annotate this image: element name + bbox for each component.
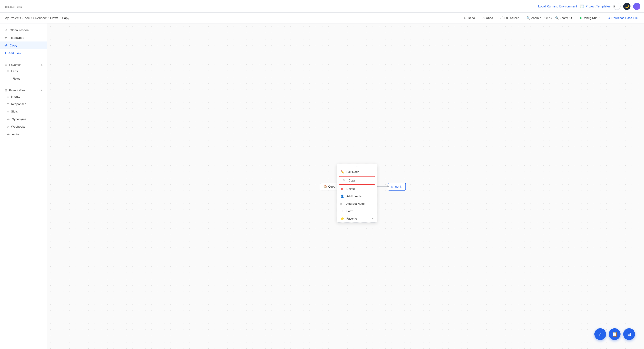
action-icon: ⇌ [7,132,10,136]
breadcrumb: My Projects / doc / Overview / Flows / C… [4,16,69,20]
breadcrumb-doc[interactable]: doc [24,16,30,20]
grid-fab-icon: ⊞ [627,332,631,337]
sidebar-item-synonyms[interactable]: ⇌ Synonyms [2,115,47,123]
app-logo: Prompt AI Beta [4,3,22,9]
main-layout: ⇌ Global respon... ⇌ RedoUndo ⇌ Copy + A… [0,23,644,349]
sidebar-item-redo-undo[interactable]: ⇌ RedoUndo [0,34,47,41]
zoomin-label: ZoomIn [531,16,541,20]
zoomin-button[interactable]: 🔍 ZoomIn [525,15,542,20]
add-bot-node-icon: ▷ [340,202,344,205]
slots-icon: ≡ [7,110,9,113]
flow-node-start[interactable]: 🏠 Copy [320,183,338,190]
download-rasa-button[interactable]: ⬇ Download Rasa File [606,15,640,20]
app-beta: Beta [17,5,22,8]
context-menu-delete[interactable]: 🗑 Delete [337,185,377,193]
sidebar-label-copy: Copy [10,44,17,47]
add-flow-label: Add Flow [8,51,21,55]
favorites-label: Favorites [9,63,21,66]
context-menu-form[interactable]: ☐ Form [337,207,377,215]
project-view-label: Project View [9,89,25,92]
context-menu: ▲ ✏️ Edit Node ⧉ Copy 🗑 Delete 👤 Add Use… [337,164,377,223]
topbar: Prompt AI Beta Local Running Environment… [0,0,644,13]
delete-label: Delete [346,187,355,191]
add-bot-node-label: Add Bot Node [346,202,365,205]
local-env-link[interactable]: Local Running Environment [538,4,577,8]
sidebar-item-responses[interactable]: ≡ Responses [2,100,47,108]
sidebar-item-webhooks[interactable]: ○ Webhooks [2,123,47,130]
sidebar-item-flows[interactable]: ← Flows [2,75,47,82]
add-user-node-icon: 👤 [340,195,344,198]
add-user-node-label: Add User No... [346,195,366,198]
sidebar-label-webhooks: Webhooks [11,125,26,128]
sidebar-item-global-responses[interactable]: ⇌ Global respon... [0,26,47,34]
undo-button[interactable]: ↺ Undo [481,15,494,21]
star-fab-icon: ☆ [598,332,602,337]
sidebar-divider-2 [0,84,47,84]
context-menu-favorite[interactable]: ⭐ Favorite ▶ [337,215,377,222]
action-node-label: got it. [395,185,402,188]
start-node-icon: 🏠 [323,185,327,188]
favorites-chevron-icon[interactable]: ∧ [41,63,43,66]
debug-dot [580,17,582,19]
debug-chevron-icon: ▾ [599,17,600,19]
copy-label: Copy [349,179,356,182]
favorites-star-icon: ☆ [4,63,8,66]
debug-run-button[interactable]: Debug Run ▾ [578,15,602,20]
zoom-controls: 🔍 ZoomIn 100% 🔍 ZoomOut [525,15,573,20]
zoomout-button[interactable]: 🔍 ZoomOut [554,15,573,20]
sidebar-label-action: Action [12,133,20,136]
add-flow-icon: + [4,51,6,55]
favorite-icon: ⭐ [340,217,344,220]
zoomin-icon: 🔍 [526,16,530,20]
context-menu-edit-node[interactable]: ✏️ Edit Node [337,168,377,176]
sidebar-item-copy[interactable]: ⇌ Copy [0,41,47,49]
undo-label: Undo [486,16,493,20]
webhooks-icon: ○ [7,125,9,128]
breadcrumb-my-projects[interactable]: My Projects [4,16,21,20]
edit-node-icon: ✏️ [340,170,344,174]
flow-icon-global: ⇌ [4,28,8,32]
help-button[interactable]: ? [613,3,620,10]
context-menu-add-bot-node[interactable]: ▷ Add Bot Node [337,200,377,207]
sidebar-project-sub: ≡ Intents ≡ Responses ≡ Slots ⇌ Synonyms… [0,93,47,138]
copy-item-wrapper: ⧉ Copy [337,176,377,185]
start-node-label: Copy [328,185,335,188]
clipboard-fab-button[interactable]: 📋 [609,328,620,340]
sidebar-item-slots[interactable]: ≡ Slots [2,108,47,115]
sidebar-item-intents[interactable]: ≡ Intents [2,93,47,100]
redo-icon: ↻ [464,16,467,20]
breadcrumb-flows[interactable]: Flows [50,16,58,20]
project-view-chevron-icon[interactable]: ∧ [41,89,43,92]
arrow-icon: ▲ [356,165,358,168]
action-node-icon: ▷ [392,185,394,188]
sidebar-item-action[interactable]: ⇌ Action [2,130,47,138]
zoomout-icon: 🔍 [555,16,559,20]
context-menu-copy[interactable]: ⧉ Copy [339,176,375,185]
sidebar-label-synonyms: Synonyms [12,117,26,121]
flow-node-action[interactable]: ▷ got it. [388,183,406,191]
grid-fab-button[interactable]: ⊞ [623,328,635,340]
edit-node-label: Edit Node [346,170,359,174]
sidebar-label-responses: Responses [11,102,26,106]
redo-label: Redo [468,16,475,20]
fullscreen-button[interactable]: ⛶ Full Screen [499,15,521,21]
breadcrumb-overview[interactable]: Overview [33,16,46,20]
delete-icon: 🗑 [340,187,344,191]
sidebar-label-slots: Slots [11,110,18,113]
sidebar-favorites-sub: ≡ Faqs ← Flows [0,67,47,82]
add-flow-button[interactable]: + Add Flow [0,49,47,57]
context-menu-arrow: ▲ [337,164,377,168]
sidebar-section-project-view: ⊞ Project View ∧ [0,86,47,93]
project-templates-link[interactable]: 📊 Project Templates [580,4,610,8]
canvas[interactable]: 🏠 Copy 👤 I will go. ▷ got it. ▲ [48,23,644,349]
breadcrumb-current: Copy [62,16,69,20]
fullscreen-icon: ⛶ [500,16,504,20]
sidebar-item-faqs[interactable]: ≡ Faqs [2,67,47,75]
flows-icon: ← [7,77,10,80]
dark-mode-toggle[interactable]: 🌙 [623,3,630,10]
fab-group: ☆ 📋 ⊞ [594,328,635,340]
star-fab-button[interactable]: ☆ [594,328,606,340]
context-menu-add-user-node[interactable]: 👤 Add User No... [337,193,377,200]
redo-button[interactable]: ↻ Redo [462,15,476,21]
project-templates-label[interactable]: Project Templates [586,4,610,8]
